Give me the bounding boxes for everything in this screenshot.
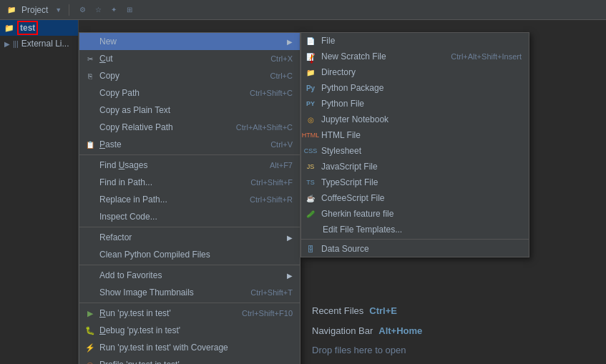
coffee-icon: ☕ — [306, 193, 316, 203]
profile-icon: ◎ — [85, 360, 95, 364]
menu-item-clean[interactable]: Clean Python Compiled Files — [79, 246, 300, 263]
submenu-stylesheet-label: Stylesheet — [321, 146, 361, 156]
project-icon: 📁 — [6, 4, 17, 16]
menu-find-path-shortcut: Ctrl+Shift+F — [250, 178, 293, 187]
menu-copy-plain-label: Copy as Plain Text — [99, 105, 170, 115]
menu-thumbnails-label: Show Image Thumbnails — [99, 287, 194, 297]
nav-bar-label: Navigation Bar — [312, 325, 373, 336]
menu-item-run-cov[interactable]: ⚡ Run 'py.test in test' with Coverage — [79, 339, 300, 356]
menu-item-profile[interactable]: ◎ Profile 'py.test in test' — [79, 356, 300, 364]
menu-copy-shortcut: Ctrl+C — [270, 72, 293, 80]
menu-profile-label: Profile 'py.test in test' — [99, 360, 180, 364]
menu-item-copy[interactable]: ⎘ Copy Ctrl+C — [79, 67, 300, 84]
submenu-sep — [301, 239, 529, 240]
submenu-item-edit-templates[interactable]: Edit File Templates... — [301, 222, 529, 237]
menu-item-cut[interactable]: ✂ Cut Ctrl+X — [79, 50, 300, 67]
menu-sep-1 — [79, 154, 300, 155]
menu-run-shortcut: Ctrl+Shift+F10 — [242, 309, 293, 318]
css-icon: CSS — [306, 146, 316, 156]
menu-item-debug[interactable]: 🐛 Debug 'py.test in test' — [79, 322, 300, 339]
menu-item-copy-plain[interactable]: Copy as Plain Text — [79, 102, 300, 119]
menu-item-paste[interactable]: 📋 Paste Ctrl+V — [79, 136, 300, 153]
menu-cut-label: Cut — [99, 54, 113, 64]
menu-item-new[interactable]: New ▶ — [79, 33, 300, 50]
submenu-item-gherkin[interactable]: 🥒 Gherkin feature file — [301, 206, 529, 222]
python-file-icon: PY — [306, 99, 316, 109]
submenu-item-datasource[interactable]: 🗄 Data Source — [301, 241, 529, 257]
menu-item-thumbnails[interactable]: Show Image Thumbnails Ctrl+Shift+T — [79, 284, 300, 301]
submenu-typescript-label: TypeScript File — [321, 177, 378, 187]
menu-sep-4 — [79, 302, 300, 303]
context-menu: New ▶ ✂ Cut Ctrl+X ⎘ Copy Ctrl+C Copy Pa… — [79, 32, 300, 364]
coverage-icon: ⚡ — [85, 343, 95, 353]
js-icon: JS — [306, 162, 316, 172]
debug-icon: 🐛 — [85, 325, 95, 335]
menu-sep-3 — [79, 265, 300, 265]
dropdown-arrow-icon[interactable]: ▼ — [55, 6, 62, 14]
submenu-item-scratch[interactable]: 📝 New Scratch File Ctrl+Alt+Shift+Insert — [301, 49, 529, 64]
drop-zone: Drop files here to open — [312, 345, 595, 355]
menu-sep-2 — [79, 227, 300, 227]
menu-clean-label: Clean Python Compiled Files — [99, 250, 210, 260]
menu-refactor-arrow: ▶ — [287, 234, 293, 242]
menu-item-copy-rel[interactable]: Copy Relative Path Ctrl+Alt+Shift+C — [79, 119, 300, 136]
test-folder-label: test — [17, 21, 38, 35]
submenu-item-stylesheet[interactable]: CSS Stylesheet — [301, 143, 529, 159]
submenu-javascript-label: JavaScript File — [321, 162, 378, 172]
submenu-item-jupyter[interactable]: ◎ Jupyter Notebook — [301, 112, 529, 127]
menu-cut-shortcut: Ctrl+X — [270, 54, 293, 63]
menu-favorites-label: Add to Favorites — [99, 270, 162, 280]
submenu-file-label: File — [321, 36, 335, 46]
menu-item-find-path[interactable]: Find in Path... Ctrl+Shift+F — [79, 174, 300, 191]
menu-favorites-arrow: ▶ — [287, 272, 293, 280]
recent-files-shortcut: Ctrl+E — [369, 305, 397, 316]
submenu-item-python-package[interactable]: Py Python Package — [301, 80, 529, 96]
red-arrow-indicator: ↓ — [308, 49, 316, 67]
submenu-item-javascript[interactable]: JS JavaScript File — [301, 159, 529, 174]
copy-icon: ⎘ — [85, 71, 95, 81]
gear2-icon[interactable]: ✦ — [108, 4, 119, 16]
menu-item-favorites[interactable]: Add to Favorites ▶ — [79, 267, 300, 284]
submenu-edit-templates-label: Edit File Templates... — [321, 225, 402, 235]
settings-icon[interactable]: ⚙ — [77, 4, 88, 16]
submenu-item-html[interactable]: HTML HTML File — [301, 127, 529, 143]
menu-run-label: Run 'py.test in test' — [99, 308, 171, 318]
menu-item-run[interactable]: ▶ Run 'py.test in test' Ctrl+Shift+F10 — [79, 305, 300, 322]
menu-inspect-label: Inspect Code... — [99, 212, 157, 222]
menu-item-refactor[interactable]: Refactor ▶ — [79, 229, 300, 246]
menu-item-replace-path[interactable]: Replace in Path... Ctrl+Shift+R — [79, 191, 300, 208]
menu-item-find-usages[interactable]: Find Usages Alt+F7 — [79, 157, 300, 174]
submenu-item-python-file[interactable]: PY Python File — [301, 96, 529, 112]
submenu-item-file[interactable]: 📄 File — [301, 33, 529, 49]
menu-find-usages-label: Find Usages — [99, 160, 147, 170]
menu-item-inspect[interactable]: Inspect Code... — [79, 208, 300, 225]
submenu-html-label: HTML File — [321, 130, 361, 140]
paste-icon: 📋 — [85, 139, 95, 149]
menu-new-arrow: ▶ — [287, 38, 293, 46]
file-icon: 📄 — [306, 36, 316, 46]
menu-item-copy-path[interactable]: Copy Path Ctrl+Shift+C — [79, 84, 300, 102]
sidebar: 📁 test ▶ ||| External Li... — [0, 20, 79, 364]
run-icon: ▶ — [85, 308, 95, 318]
menu-paste-shortcut: Ctrl+V — [270, 140, 293, 149]
submenu-item-directory[interactable]: 📁 Directory — [301, 64, 529, 80]
submenu-python-file-label: Python File — [321, 99, 364, 109]
menu-refactor-label: Refactor — [99, 232, 132, 242]
menu-replace-path-shortcut: Ctrl+Shift+R — [250, 195, 293, 204]
menu-copy-path-label: Copy Path — [99, 88, 140, 98]
menu-copy-label: Copy — [99, 71, 119, 81]
menu-find-usages-shortcut: Alt+F7 — [270, 161, 293, 169]
sidebar-item-test[interactable]: 📁 test — [0, 20, 78, 36]
star-icon[interactable]: ☆ — [92, 4, 104, 16]
recent-files-row: Recent Files Ctrl+E — [312, 300, 595, 320]
menu-runcov-label: Run 'py.test in test' with Coverage — [99, 343, 228, 353]
external-libraries[interactable]: ▶ ||| External Li... — [0, 36, 78, 51]
submenu-item-coffee[interactable]: ☕ CoffeeScript File — [301, 190, 529, 206]
html-icon: HTML — [306, 130, 316, 140]
folder-icon: 📁 — [4, 24, 14, 33]
cut-icon: ✂ — [85, 54, 95, 64]
submenu-item-typescript[interactable]: TS TypeScript File — [301, 174, 529, 190]
grid-icon[interactable]: ⊞ — [124, 4, 135, 16]
ts-icon: TS — [306, 177, 316, 187]
jupyter-icon: ◎ — [306, 114, 316, 124]
